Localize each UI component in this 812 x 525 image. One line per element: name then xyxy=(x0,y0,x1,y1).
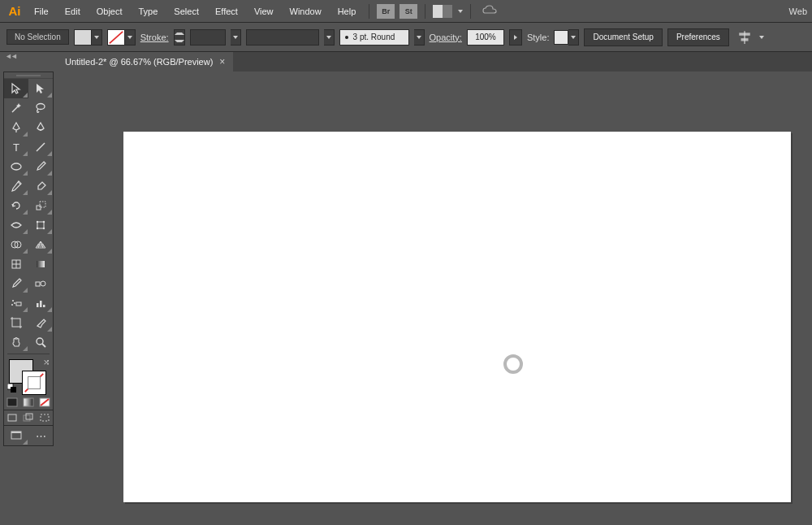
tools-panel: T ⤭ xyxy=(3,72,54,446)
eyedropper-tool[interactable] xyxy=(4,274,28,293)
opacity-field[interactable]: 100% xyxy=(467,29,504,46)
svg-rect-50 xyxy=(41,414,49,421)
stroke-weight-spinner[interactable] xyxy=(174,29,185,46)
collapse-panels-icon[interactable]: ◄◄ xyxy=(5,52,16,60)
zoom-tool[interactable] xyxy=(28,332,53,352)
width-tool[interactable] xyxy=(4,215,28,235)
fill-swatch-dropdown[interactable] xyxy=(74,29,102,46)
app-logo: Ai xyxy=(3,0,26,23)
stroke-swatch[interactable] xyxy=(22,371,46,395)
menu-window[interactable]: Window xyxy=(282,0,330,23)
stock-launch-button[interactable]: St xyxy=(400,4,417,19)
color-mode-row xyxy=(4,395,53,410)
selection-tool[interactable] xyxy=(4,79,28,98)
rotate-tool[interactable] xyxy=(4,196,28,215)
svg-point-29 xyxy=(11,304,13,306)
tools-panel-grip[interactable] xyxy=(4,72,53,79)
pen-tool[interactable] xyxy=(4,118,28,137)
stroke-label[interactable]: Stroke: xyxy=(140,33,169,42)
svg-rect-47 xyxy=(8,414,16,421)
svg-rect-33 xyxy=(12,319,20,327)
direct-selection-tool[interactable] xyxy=(28,79,53,98)
fill-stroke-control[interactable]: ⤭ xyxy=(4,356,53,395)
screen-mode-button[interactable] xyxy=(4,426,28,445)
menu-file[interactable]: File xyxy=(26,0,57,23)
draw-inside[interactable] xyxy=(37,410,53,425)
draw-mode-row xyxy=(4,410,53,425)
style-label[interactable]: Style: xyxy=(527,33,550,42)
separator xyxy=(425,4,425,19)
color-mode-none[interactable] xyxy=(37,395,53,410)
opacity-dropdown[interactable] xyxy=(509,29,522,46)
mesh-tool[interactable] xyxy=(4,254,28,274)
brush-definition-dropdown[interactable] xyxy=(414,29,425,46)
slice-tool[interactable] xyxy=(28,313,53,332)
eraser-tool[interactable] xyxy=(28,176,53,196)
svg-rect-52 xyxy=(11,432,21,433)
blend-tool[interactable] xyxy=(28,274,53,293)
brush-definition[interactable]: 3 pt. Round xyxy=(339,29,409,46)
opacity-label[interactable]: Opacity: xyxy=(430,33,462,42)
variable-width-dropdown[interactable] xyxy=(324,29,335,46)
arrange-documents-dropdown[interactable] xyxy=(455,3,465,20)
svg-line-39 xyxy=(42,344,45,347)
pencil-tool[interactable] xyxy=(4,176,28,196)
column-graph-tool[interactable] xyxy=(28,293,53,313)
free-transform-tool[interactable] xyxy=(28,215,53,235)
gradient-tool[interactable] xyxy=(28,254,53,274)
magic-wand-tool[interactable] xyxy=(4,98,28,118)
edit-toolbar-button[interactable]: ⋯ xyxy=(28,426,53,445)
menu-type[interactable]: Type xyxy=(131,0,166,23)
ellipse-tool[interactable] xyxy=(4,157,28,176)
menu-edit[interactable]: Edit xyxy=(57,0,89,23)
close-tab-icon[interactable]: × xyxy=(219,56,225,67)
curvature-tool[interactable] xyxy=(28,118,53,137)
line-segment-tool[interactable] xyxy=(28,137,53,157)
bridge-launch-button[interactable]: Br xyxy=(377,4,395,19)
menu-view[interactable]: View xyxy=(246,0,282,23)
menu-object[interactable]: Object xyxy=(89,0,131,23)
document-setup-button[interactable]: Document Setup xyxy=(584,28,663,46)
arrange-documents-button[interactable] xyxy=(433,5,452,18)
artboard[interactable] xyxy=(123,132,791,502)
svg-point-28 xyxy=(14,302,15,304)
align-panel-dropdown[interactable] xyxy=(757,29,767,46)
lasso-tool[interactable] xyxy=(28,98,53,118)
stroke-weight-dropdown[interactable] xyxy=(231,29,241,46)
separator xyxy=(369,4,369,19)
stroke-swatch-dropdown[interactable] xyxy=(107,29,136,46)
menu-effect[interactable]: Effect xyxy=(207,0,246,23)
svg-rect-30 xyxy=(37,303,39,307)
stroke-weight-field[interactable] xyxy=(190,29,226,46)
svg-rect-26 xyxy=(16,302,21,306)
menu-select[interactable]: Select xyxy=(166,0,207,23)
gpu-performance-icon[interactable] xyxy=(482,5,497,18)
default-fill-stroke-icon[interactable] xyxy=(7,384,17,393)
swap-fill-stroke-icon[interactable]: ⤭ xyxy=(43,358,50,367)
workspace-switcher[interactable]: Web xyxy=(789,7,809,16)
type-tool[interactable]: T xyxy=(4,137,28,157)
color-mode-gradient[interactable] xyxy=(20,395,37,410)
perspective-grid-tool[interactable] xyxy=(28,235,53,254)
svg-point-9 xyxy=(11,163,21,170)
draw-behind[interactable] xyxy=(20,410,37,425)
menu-help[interactable]: Help xyxy=(330,0,365,23)
svg-rect-48 xyxy=(24,415,30,421)
artboard-tool[interactable] xyxy=(4,313,28,332)
graphic-style-dropdown[interactable] xyxy=(554,29,579,46)
hand-tool[interactable] xyxy=(4,332,28,352)
variable-width-profile[interactable] xyxy=(246,29,319,46)
paintbrush-tool[interactable] xyxy=(28,157,53,176)
menu-bar: Ai File Edit Object Type Select Effect V… xyxy=(0,0,812,23)
svg-rect-49 xyxy=(26,414,32,419)
scale-tool[interactable] xyxy=(28,196,53,215)
symbol-sprayer-tool[interactable] xyxy=(4,293,28,313)
align-panel-icon[interactable] xyxy=(737,30,752,45)
preferences-button[interactable]: Preferences xyxy=(667,28,729,46)
shape-builder-tool[interactable] xyxy=(4,235,28,254)
ellipse-object[interactable] xyxy=(503,354,523,374)
work-area xyxy=(57,72,812,525)
draw-normal[interactable] xyxy=(4,410,20,425)
color-mode-solid[interactable] xyxy=(4,395,20,410)
document-tab[interactable]: Untitled-2* @ 66.67% (RGB/Preview) × xyxy=(57,52,233,72)
